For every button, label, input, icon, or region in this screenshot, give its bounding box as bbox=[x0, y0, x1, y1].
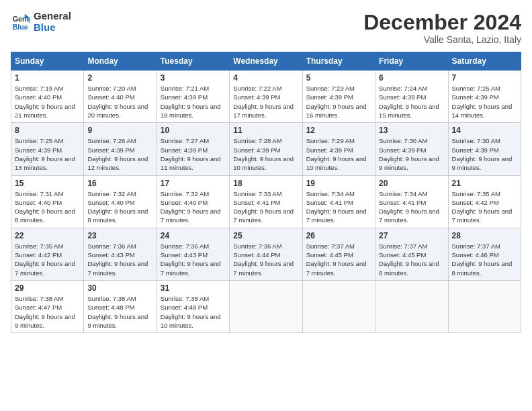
day-info: Sunrise: 7:34 AMSunset: 4:41 PMDaylight:… bbox=[379, 189, 444, 225]
table-row: 2Sunrise: 7:20 AMSunset: 4:40 PMDaylight… bbox=[84, 71, 157, 123]
col-monday: Monday bbox=[84, 52, 157, 71]
day-info: Sunrise: 7:29 AMSunset: 4:39 PMDaylight:… bbox=[306, 136, 371, 172]
day-info: Sunrise: 7:21 AMSunset: 4:39 PMDaylight:… bbox=[161, 84, 226, 120]
logo-icon: General Blue bbox=[11, 13, 31, 32]
title-block: December 2024 Valle Santa, Lazio, Italy bbox=[363, 11, 521, 45]
table-row: 11Sunrise: 7:28 AMSunset: 4:39 PMDayligh… bbox=[230, 123, 302, 175]
day-number: 13 bbox=[379, 126, 444, 135]
table-row: 6Sunrise: 7:24 AMSunset: 4:39 PMDaylight… bbox=[375, 71, 448, 123]
logo-general: General bbox=[34, 11, 71, 22]
header: General Blue General Blue December 2024 … bbox=[11, 11, 521, 45]
day-info: Sunrise: 7:38 AMSunset: 4:48 PMDaylight:… bbox=[161, 294, 226, 330]
day-info: Sunrise: 7:26 AMSunset: 4:39 PMDaylight:… bbox=[87, 136, 152, 172]
day-info: Sunrise: 7:20 AMSunset: 4:40 PMDaylight:… bbox=[87, 84, 152, 120]
day-number: 22 bbox=[15, 231, 80, 240]
table-row: 3Sunrise: 7:21 AMSunset: 4:39 PMDaylight… bbox=[157, 71, 229, 123]
day-info: Sunrise: 7:37 AMSunset: 4:45 PMDaylight:… bbox=[306, 242, 371, 277]
day-number: 15 bbox=[15, 179, 80, 188]
table-row: 16Sunrise: 7:32 AMSunset: 4:40 PMDayligh… bbox=[84, 175, 157, 228]
day-info: Sunrise: 7:23 AMSunset: 4:39 PMDaylight:… bbox=[306, 84, 371, 120]
day-number: 7 bbox=[452, 73, 517, 83]
day-number: 2 bbox=[87, 73, 152, 83]
day-number: 12 bbox=[306, 126, 371, 135]
day-number: 3 bbox=[161, 73, 226, 83]
day-number: 21 bbox=[452, 179, 517, 188]
day-info: Sunrise: 7:36 AMSunset: 4:43 PMDaylight:… bbox=[161, 242, 226, 277]
day-number: 26 bbox=[306, 231, 371, 240]
day-info: Sunrise: 7:28 AMSunset: 4:39 PMDaylight:… bbox=[233, 136, 298, 172]
day-number: 19 bbox=[306, 179, 371, 188]
logo-blue: Blue bbox=[34, 22, 71, 34]
table-row: 10Sunrise: 7:27 AMSunset: 4:39 PMDayligh… bbox=[157, 123, 229, 175]
day-info: Sunrise: 7:37 AMSunset: 4:46 PMDaylight:… bbox=[452, 242, 517, 277]
day-info: Sunrise: 7:38 AMSunset: 4:47 PMDaylight:… bbox=[15, 294, 80, 330]
table-row: 14Sunrise: 7:30 AMSunset: 4:39 PMDayligh… bbox=[448, 123, 521, 175]
day-info: Sunrise: 7:31 AMSunset: 4:40 PMDaylight:… bbox=[15, 189, 80, 225]
col-sunday: Sunday bbox=[11, 52, 84, 71]
day-number: 5 bbox=[306, 73, 371, 83]
table-row bbox=[302, 280, 375, 332]
col-tuesday: Tuesday bbox=[157, 52, 229, 71]
day-info: Sunrise: 7:30 AMSunset: 4:39 PMDaylight:… bbox=[379, 136, 444, 172]
day-info: Sunrise: 7:35 AMSunset: 4:42 PMDaylight:… bbox=[15, 242, 80, 277]
table-row: 21Sunrise: 7:35 AMSunset: 4:42 PMDayligh… bbox=[448, 175, 521, 228]
table-row: 5Sunrise: 7:23 AMSunset: 4:39 PMDaylight… bbox=[302, 71, 375, 123]
day-info: Sunrise: 7:32 AMSunset: 4:40 PMDaylight:… bbox=[161, 189, 226, 225]
day-number: 9 bbox=[87, 126, 152, 135]
day-number: 14 bbox=[452, 126, 517, 135]
day-number: 6 bbox=[379, 73, 444, 83]
logo: General Blue General Blue bbox=[11, 11, 71, 33]
table-row: 18Sunrise: 7:33 AMSunset: 4:41 PMDayligh… bbox=[230, 175, 302, 228]
day-number: 23 bbox=[87, 231, 152, 240]
table-row: 19Sunrise: 7:34 AMSunset: 4:41 PMDayligh… bbox=[302, 175, 375, 228]
day-number: 1 bbox=[15, 73, 80, 83]
table-row: 28Sunrise: 7:37 AMSunset: 4:46 PMDayligh… bbox=[448, 228, 521, 280]
table-row: 22Sunrise: 7:35 AMSunset: 4:42 PMDayligh… bbox=[11, 228, 84, 280]
col-thursday: Thursday bbox=[302, 52, 375, 71]
day-number: 10 bbox=[161, 126, 226, 135]
day-info: Sunrise: 7:38 AMSunset: 4:48 PMDaylight:… bbox=[87, 294, 152, 330]
day-number: 4 bbox=[233, 73, 298, 83]
day-info: Sunrise: 7:37 AMSunset: 4:45 PMDaylight:… bbox=[379, 242, 444, 277]
calendar-header-row: Sunday Monday Tuesday Wednesday Thursday… bbox=[11, 52, 521, 71]
col-saturday: Saturday bbox=[448, 52, 521, 71]
calendar-week-row: 8Sunrise: 7:25 AMSunset: 4:39 PMDaylight… bbox=[11, 123, 521, 175]
day-number: 16 bbox=[87, 179, 152, 188]
month-title: December 2024 bbox=[363, 11, 521, 34]
day-number: 27 bbox=[379, 231, 444, 240]
table-row: 31Sunrise: 7:38 AMSunset: 4:48 PMDayligh… bbox=[157, 280, 229, 332]
day-number: 11 bbox=[233, 126, 298, 135]
calendar-week-row: 29Sunrise: 7:38 AMSunset: 4:47 PMDayligh… bbox=[11, 280, 521, 332]
day-number: 20 bbox=[379, 179, 444, 188]
table-row: 15Sunrise: 7:31 AMSunset: 4:40 PMDayligh… bbox=[11, 175, 84, 228]
table-row: 27Sunrise: 7:37 AMSunset: 4:45 PMDayligh… bbox=[375, 228, 448, 280]
day-number: 18 bbox=[233, 179, 298, 188]
day-info: Sunrise: 7:25 AMSunset: 4:39 PMDaylight:… bbox=[15, 136, 80, 172]
table-row: 9Sunrise: 7:26 AMSunset: 4:39 PMDaylight… bbox=[84, 123, 157, 175]
table-row: 24Sunrise: 7:36 AMSunset: 4:43 PMDayligh… bbox=[157, 228, 229, 280]
day-number: 30 bbox=[87, 283, 152, 293]
day-info: Sunrise: 7:36 AMSunset: 4:44 PMDaylight:… bbox=[233, 242, 298, 277]
calendar-week-row: 22Sunrise: 7:35 AMSunset: 4:42 PMDayligh… bbox=[11, 228, 521, 280]
col-friday: Friday bbox=[375, 52, 448, 71]
svg-text:Blue: Blue bbox=[13, 22, 28, 30]
day-info: Sunrise: 7:27 AMSunset: 4:39 PMDaylight:… bbox=[161, 136, 226, 172]
table-row: 8Sunrise: 7:25 AMSunset: 4:39 PMDaylight… bbox=[11, 123, 84, 175]
table-row bbox=[230, 280, 302, 332]
day-info: Sunrise: 7:36 AMSunset: 4:43 PMDaylight:… bbox=[87, 242, 152, 277]
table-row: 12Sunrise: 7:29 AMSunset: 4:39 PMDayligh… bbox=[302, 123, 375, 175]
calendar-table: Sunday Monday Tuesday Wednesday Thursday… bbox=[11, 52, 521, 333]
day-number: 29 bbox=[15, 283, 80, 293]
table-row: 1Sunrise: 7:19 AMSunset: 4:40 PMDaylight… bbox=[11, 71, 84, 123]
table-row: 13Sunrise: 7:30 AMSunset: 4:39 PMDayligh… bbox=[375, 123, 448, 175]
day-number: 28 bbox=[452, 231, 517, 240]
day-info: Sunrise: 7:34 AMSunset: 4:41 PMDaylight:… bbox=[306, 189, 371, 225]
table-row: 23Sunrise: 7:36 AMSunset: 4:43 PMDayligh… bbox=[84, 228, 157, 280]
table-row: 30Sunrise: 7:38 AMSunset: 4:48 PMDayligh… bbox=[84, 280, 157, 332]
day-info: Sunrise: 7:30 AMSunset: 4:39 PMDaylight:… bbox=[452, 136, 517, 172]
day-number: 24 bbox=[161, 231, 226, 240]
day-number: 8 bbox=[15, 126, 80, 135]
table-row: 4Sunrise: 7:22 AMSunset: 4:39 PMDaylight… bbox=[230, 71, 302, 123]
table-row: 17Sunrise: 7:32 AMSunset: 4:40 PMDayligh… bbox=[157, 175, 229, 228]
col-wednesday: Wednesday bbox=[230, 52, 302, 71]
